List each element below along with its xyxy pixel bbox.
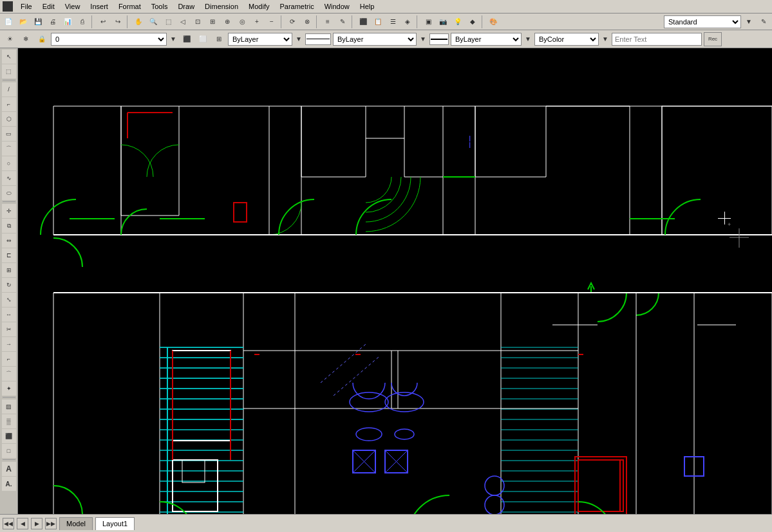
menu-tools[interactable]: Tools (146, 0, 173, 13)
mirror-tool[interactable]: ⇔ (2, 234, 16, 248)
properties-button[interactable]: ≡ (321, 15, 335, 29)
select-tool[interactable]: ↖ (2, 50, 16, 64)
menu-file[interactable]: File (15, 0, 37, 13)
layer-dropdown-arrow[interactable]: ▼ (169, 32, 178, 46)
ellipse-tool[interactable]: ⬭ (2, 186, 16, 200)
tab-model[interactable]: Model (59, 517, 93, 530)
break-tool[interactable]: ⌐ (2, 352, 16, 366)
layer-freeze-button[interactable]: ❄ (19, 32, 33, 46)
pan-button[interactable]: ✋ (131, 15, 146, 29)
offset-tool[interactable]: ⊏ (2, 248, 16, 262)
plot-button[interactable]: ⎙ (75, 15, 89, 29)
circle-tool[interactable]: ○ (2, 156, 16, 170)
make-current-button[interactable]: ✎ (757, 15, 771, 29)
trim-tool[interactable]: ✂ (2, 322, 16, 336)
zoom-in-button[interactable]: + (250, 15, 264, 29)
cad-canvas[interactable] (18, 48, 772, 514)
layer-state-button[interactable]: ☰ (386, 15, 400, 29)
layer-dropdown[interactable]: 0 (51, 33, 167, 46)
layer-lock-button[interactable]: 🔒 (35, 32, 49, 46)
redo-button[interactable]: ↪ (111, 15, 125, 29)
wipeout-tool[interactable]: □ (2, 444, 16, 458)
menu-dimension[interactable]: Dimension (200, 0, 243, 13)
array-tool[interactable]: ⊞ (2, 263, 16, 277)
zoom-extents-button[interactable]: ⊡ (191, 15, 205, 29)
zoom-object-button[interactable]: ◎ (235, 15, 249, 29)
camera-button[interactable]: 📷 (436, 15, 450, 29)
color-dropdown[interactable]: ByLayer (228, 33, 292, 46)
spline-tool[interactable]: ∿ (2, 171, 16, 185)
3d-orbit-button[interactable]: ⊗ (300, 15, 314, 29)
nav-first-button[interactable]: ◀◀ (3, 518, 14, 529)
pline-tool[interactable]: ⌐ (2, 97, 16, 111)
zoom-realtime-button[interactable]: 🔍 (146, 15, 160, 29)
linetype-dropdown[interactable]: ByLayer (333, 33, 417, 46)
new-button[interactable]: 📄 (1, 15, 15, 29)
menu-view[interactable]: View (60, 0, 86, 13)
rect-tool[interactable]: ▭ (2, 127, 16, 141)
lineweight-dropdown[interactable]: ByLayer (451, 33, 522, 46)
extend-tool[interactable]: → (2, 337, 16, 351)
scale-tool[interactable]: ⤡ (2, 293, 16, 307)
plotstyle-dropdown[interactable]: ByColor (534, 33, 599, 46)
menu-parametric[interactable]: Parametric (274, 0, 319, 13)
undo-button[interactable]: ↩ (96, 15, 110, 29)
polygon-tool[interactable]: ⬡ (2, 112, 16, 126)
tab-layout1[interactable]: Layout1 (95, 517, 135, 530)
nav-prev-button[interactable]: ◀ (17, 518, 28, 529)
line-tool[interactable]: / (2, 82, 16, 96)
menu-help[interactable]: Help (355, 0, 380, 13)
menu-window[interactable]: Window (319, 0, 355, 13)
rotate-tool[interactable]: ↻ (2, 278, 16, 292)
text-style-select[interactable]: Standard (664, 15, 741, 28)
lights-button[interactable]: 💡 (451, 15, 465, 29)
copy-tool[interactable]: ⧉ (2, 219, 16, 233)
record-button[interactable]: Rec (704, 32, 722, 46)
zoom-scale-button[interactable]: ⊞ (205, 15, 220, 29)
plot-preview-button[interactable]: 📊 (61, 15, 75, 29)
zoom-window-button[interactable]: ⬚ (161, 15, 175, 29)
menu-draw[interactable]: Draw (173, 0, 200, 13)
layer-tools-btn3[interactable]: ⊞ (212, 32, 226, 46)
plotstyle-dropdown-arrow[interactable]: ▼ (601, 32, 610, 46)
pickbox-tool[interactable]: ⬚ (2, 64, 16, 78)
layer-off-button[interactable]: ☀ (3, 32, 17, 46)
text-tool[interactable]: A (2, 462, 16, 476)
stretch-tool[interactable]: ↔ (2, 307, 16, 322)
menu-insert[interactable]: Insert (85, 0, 113, 13)
view-3d-button[interactable]: ▣ (421, 15, 435, 29)
layer-prev-button[interactable]: ⬛ (356, 15, 370, 29)
lineweight-dropdown-arrow[interactable]: ▼ (523, 32, 532, 46)
text-entry-input[interactable] (612, 33, 702, 46)
materials-button[interactable]: ◆ (466, 15, 480, 29)
menu-modify[interactable]: Modify (243, 0, 274, 13)
print-button[interactable]: 🖨 (46, 15, 60, 29)
layer-button[interactable]: 📋 (371, 15, 385, 29)
nav-next-button[interactable]: ▶ (31, 518, 42, 529)
arc-tool[interactable]: ⌒ (2, 142, 16, 156)
linetype-dropdown-arrow[interactable]: ▼ (419, 32, 428, 46)
nav-last-button[interactable]: ▶▶ (45, 518, 57, 529)
layer-iso-button[interactable]: ◈ (400, 15, 415, 29)
menu-format[interactable]: Format (113, 0, 146, 13)
fillet-tool[interactable]: ⌒ (2, 367, 16, 381)
zoom-center-button[interactable]: ⊕ (220, 15, 234, 29)
layer-tools-btn2[interactable]: ⬜ (196, 32, 210, 46)
zoom-out-button[interactable]: − (265, 15, 279, 29)
render-button[interactable]: 🎨 (486, 15, 500, 29)
explode-tool[interactable]: ✦ (2, 381, 16, 396)
open-button[interactable]: 📂 (16, 15, 30, 29)
save-button[interactable]: 💾 (31, 15, 45, 29)
matchprop-button[interactable]: ✎ (335, 15, 350, 29)
attrib-tool[interactable]: A. (2, 477, 16, 491)
gradient-tool[interactable]: ▒ (2, 414, 16, 428)
move-tool[interactable]: ✛ (2, 204, 16, 218)
orbit-button[interactable]: ⟳ (285, 15, 299, 29)
zoom-prev-button[interactable]: ◁ (176, 15, 190, 29)
hatch-tool[interactable]: ▨ (2, 399, 16, 414)
region-tool[interactable]: ⬛ (2, 429, 16, 443)
color-dropdown-arrow[interactable]: ▼ (294, 32, 303, 46)
style-arrow-button[interactable]: ▼ (742, 15, 756, 29)
menu-edit[interactable]: Edit (37, 0, 60, 13)
layer-tools-btn1[interactable]: ⬛ (180, 32, 194, 46)
